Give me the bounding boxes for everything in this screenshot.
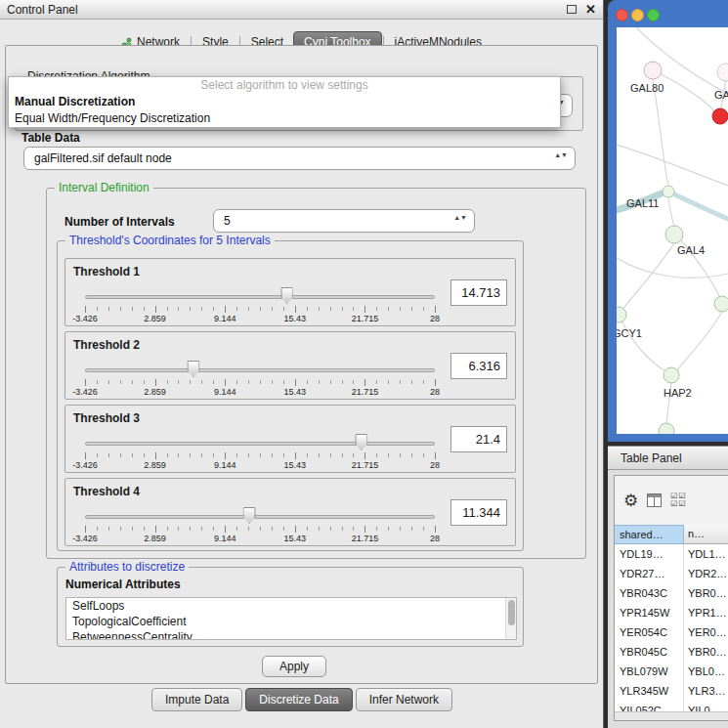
tab-impute-data[interactable]: Impute Data (151, 688, 242, 711)
slider-track[interactable] (85, 515, 435, 519)
column-header-shared-name[interactable]: shared… (615, 525, 684, 544)
highlighted-edge[interactable] (668, 192, 728, 220)
slider-major-tick (295, 306, 296, 313)
threshold-4-slider[interactable]: -3.426 2.859 9.144 15.43 21.715 28 (85, 506, 435, 543)
gear-icon[interactable]: ⚙ (623, 492, 638, 509)
cell[interactable]: YPR1… (684, 603, 728, 622)
node-hap2[interactable] (664, 367, 679, 383)
network-view-window: GAL80 GA GAL11 GAL4 GCY1 HAP2 (608, 0, 728, 442)
scrollbar-thumb[interactable] (508, 600, 515, 625)
number-of-intervals-label: Number of Intervals (64, 215, 175, 229)
slider-major-tick (435, 379, 436, 386)
slider-minor-ticks (85, 307, 435, 311)
column-layout-icon[interactable] (647, 493, 662, 507)
slider-handle[interactable] (187, 361, 199, 377)
slider-major-tick (225, 306, 226, 313)
slider-major-tick (225, 452, 226, 459)
node-right-mid[interactable] (714, 296, 728, 312)
slider-major-tick (155, 526, 156, 533)
close-traffic-light-icon[interactable] (616, 9, 628, 21)
table-row[interactable]: YLR345W YLR3… (615, 681, 728, 701)
slider-handle[interactable] (280, 287, 293, 304)
threshold-3-slider[interactable]: -3.426 2.859 9.144 15.43 21.715 28 (85, 433, 435, 470)
threshold-1-value-field[interactable]: 14.713 (450, 279, 507, 306)
horizontal-scrollbar[interactable] (615, 711, 728, 720)
threshold-3-value-field[interactable]: 21.4 (450, 426, 507, 452)
column-header-name[interactable]: n… (684, 525, 728, 544)
table-row[interactable]: YPR145W YPR1… (615, 603, 728, 622)
dropdown-prompt-item: Select algorithm to view settings (9, 77, 560, 94)
column-checkboxes-icon[interactable]: ☑☑☑☑ (670, 492, 692, 508)
node-gal11[interactable] (663, 186, 674, 197)
slider-minor-ticks (85, 453, 435, 457)
table-body: YDL19… YDL1… YDR27… YDR2… YBR043C YBR0… … (615, 544, 728, 720)
cell[interactable]: YER054C (615, 622, 684, 642)
cell[interactable]: YPR145W (615, 603, 684, 622)
tab-infer-network[interactable]: Infer Network (356, 688, 452, 711)
slider-major-tick (435, 306, 436, 313)
cell[interactable]: YBR0… (684, 642, 728, 662)
list-item[interactable]: TopologicalCoefficient (66, 614, 516, 629)
slider-handle[interactable] (243, 507, 256, 524)
slider-handle[interactable] (355, 434, 367, 450)
float-window-icon[interactable] (567, 5, 577, 14)
threshold-2-label: Threshold 2 (73, 338, 140, 352)
cell[interactable]: YBL079W (615, 662, 684, 681)
slider-major-tick (295, 379, 296, 386)
bottom-tab-bar: Impute Data Discretize Data Infer Networ… (0, 688, 604, 711)
dropdown-option-equal-width-frequency[interactable]: Equal Width/Frequency Discretization (9, 110, 560, 127)
cell[interactable]: YDL19… (615, 544, 684, 564)
cell[interactable]: YBR045C (615, 642, 684, 662)
cell[interactable]: YBL0… (684, 662, 728, 681)
table-row[interactable]: YBR045C YBR0… (615, 642, 728, 662)
list-scrollbar[interactable] (505, 598, 516, 639)
table-data-combobox[interactable]: galFiltered.sif default node ▲▼ (23, 147, 576, 170)
numerical-attributes-label: Numerical Attributes (65, 578, 181, 591)
cell[interactable]: YLR345W (615, 681, 684, 701)
table-row[interactable]: YER054C YER0… (615, 622, 728, 642)
threshold-2-slider[interactable]: -3.426 2.859 9.144 15.43 21.715 28 (85, 360, 435, 397)
node-gcy1[interactable] (617, 307, 626, 322)
apply-button[interactable]: Apply (262, 656, 326, 677)
control-panel-titlebar: Control Panel ✕ (0, 0, 603, 20)
table-row[interactable]: YDL19… YDL1… (615, 544, 728, 564)
cell[interactable]: YER0… (684, 622, 728, 642)
node-cut-right[interactable] (717, 64, 728, 81)
node-table-window: ⚙ ☑☑☑☑ shared… n… YDL19… YDL1… YDR27… YD… (614, 475, 728, 721)
network-graph[interactable]: GAL80 GA GAL11 GAL4 GCY1 HAP2 (617, 27, 728, 434)
table-row[interactable]: YBR043C YBR0… (615, 583, 728, 603)
node-gal4[interactable] (665, 226, 683, 243)
dropdown-option-manual-discretization[interactable]: Manual Discretization (9, 94, 560, 110)
zoom-traffic-light-icon[interactable] (647, 9, 660, 21)
tab-discretize-data[interactable]: Discretize Data (245, 688, 352, 711)
cell[interactable]: YLR3… (684, 681, 728, 701)
network-canvas[interactable]: GAL80 GA GAL11 GAL4 GCY1 HAP2 (617, 27, 728, 434)
list-item[interactable]: BetweennessCentrality (66, 629, 516, 640)
node-label: HAP2 (664, 387, 692, 399)
group-title: Threshold's Coordinates for 5 Intervals (65, 234, 275, 247)
number-of-intervals-value: 5 (224, 214, 231, 228)
cell[interactable]: YDR2… (684, 564, 728, 583)
numerical-attributes-list[interactable]: SelfLoops TopologicalCoefficient Between… (65, 597, 517, 640)
threshold-4-value-field[interactable]: 11.344 (450, 499, 507, 526)
slider-track[interactable] (85, 442, 435, 446)
threshold-1-slider[interactable]: -3.426 2.859 9.144 15.43 21.715 28 (85, 286, 435, 323)
table-toolbar: ⚙ ☑☑☑☑ (615, 476, 728, 525)
cell[interactable]: YBR0… (684, 583, 728, 603)
close-icon[interactable]: ✕ (585, 3, 596, 16)
list-item[interactable]: SelfLoops (66, 598, 516, 614)
table-row[interactable]: YBL079W YBL0… (615, 662, 728, 681)
threshold-2-value-field[interactable]: 6.316 (450, 353, 507, 379)
table-row[interactable]: YDR27… YDR2… (615, 564, 728, 583)
number-of-intervals-spinner[interactable]: 5 ▲▼ (213, 209, 475, 233)
cell[interactable]: YDL1… (684, 544, 728, 564)
node-bottom[interactable] (659, 423, 674, 434)
threshold-4-panel: Threshold 4 -3.426 2.859 9.144 15.43 21.… (64, 478, 516, 546)
slider-track[interactable] (85, 368, 435, 372)
node-gal80[interactable] (644, 62, 662, 79)
minimize-traffic-light-icon[interactable] (631, 9, 644, 21)
cell[interactable]: YDR27… (615, 564, 684, 583)
slider-track[interactable] (85, 295, 435, 299)
node-selected-red[interactable] (712, 108, 728, 124)
cell[interactable]: YBR043C (615, 583, 684, 603)
